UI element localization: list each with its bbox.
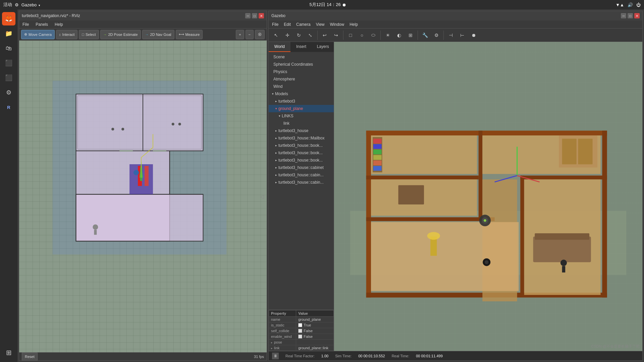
activities-label[interactable]: 活动: [3, 2, 12, 8]
tab-layers[interactable]: Layers: [312, 42, 334, 52]
tree-item-book3[interactable]: ▸ turtlebot3_house::book...: [269, 157, 334, 164]
is-static-checkbox[interactable]: ✓: [298, 323, 302, 327]
enable-wind-checkbox[interactable]: [298, 335, 302, 339]
svg-rect-1: [76, 94, 203, 151]
rviz-menu-panels[interactable]: Panels: [34, 21, 49, 27]
tree-item-physics[interactable]: Physics: [269, 68, 334, 75]
tree-item-links-label: LINKS: [282, 114, 293, 118]
gz-scale-tool[interactable]: ⤡: [305, 30, 316, 41]
tree-item-cabin1[interactable]: ▸ turtlebot3_house::cabin...: [269, 171, 334, 179]
rviz-menu-file[interactable]: File: [21, 21, 30, 27]
tool-measure[interactable]: ⟷ Measure: [176, 30, 203, 39]
gazebo-minimize-button[interactable]: ─: [621, 13, 626, 18]
gz-pointer-tool[interactable]: ↖: [271, 30, 281, 41]
gz-translate-tool[interactable]: ✛: [282, 30, 293, 41]
gz-cylinder-tool[interactable]: ⬭: [368, 30, 379, 41]
prop-row-link[interactable]: ▸link ground_plane::link: [269, 345, 334, 351]
view-mode-button[interactable]: ⦿: [255, 30, 265, 39]
tree-item-atmosphere[interactable]: Atmosphere: [269, 75, 334, 83]
tab-world[interactable]: World: [269, 42, 290, 52]
app-indicator: ⚙ Gazebo ▾: [15, 2, 40, 7]
gz-expand-left[interactable]: ⊣: [445, 30, 456, 41]
sidebar-icon-vscode[interactable]: ⬛: [2, 71, 15, 84]
sidebar-icon-files[interactable]: 📁: [2, 27, 15, 40]
tree-item-cabinet[interactable]: ▸ turtlebot3_house::cabinet: [269, 164, 334, 171]
self-collide-checkbox[interactable]: [298, 329, 302, 333]
prop-row-pose[interactable]: ▸pose: [269, 340, 334, 345]
sidebar-icon-apps[interactable]: ⊞: [2, 346, 15, 359]
tool-move-camera[interactable]: ⊕ Move Camera: [21, 30, 55, 39]
gazebo-maximize-button[interactable]: □: [628, 13, 633, 18]
tree-item-link[interactable]: link: [269, 120, 334, 127]
svg-point-65: [485, 260, 488, 264]
gazebo-menu-help[interactable]: Help: [348, 21, 359, 27]
gz-magnet-tool[interactable]: 🔧: [420, 30, 430, 41]
sidebar-icon-firefox[interactable]: 🦊: [2, 12, 15, 25]
gz-grid-tool[interactable]: ⊞: [405, 30, 416, 41]
gz-expand-right[interactable]: ⊢: [457, 30, 468, 41]
gz-record[interactable]: ⏺: [468, 30, 479, 41]
gz-light-tool[interactable]: ☀: [382, 30, 393, 41]
gazebo-menu-edit[interactable]: Edit: [282, 21, 292, 27]
tool-2d-pose[interactable]: → 2D Pose Estimate: [100, 30, 141, 39]
tree-item-book1[interactable]: ▸ turtlebot3_house::book...: [269, 142, 334, 149]
turtlebot3-expand-icon: ▸: [275, 100, 277, 103]
sidebar-icon-terminal[interactable]: ⬛: [2, 56, 15, 70]
sidebar-icon-software[interactable]: 🛍: [2, 42, 15, 55]
gz-box-tool[interactable]: □: [345, 30, 356, 41]
tool-interact[interactable]: ↕ Interact: [56, 30, 77, 39]
sidebar-icon-rviz[interactable]: R: [2, 101, 15, 114]
drag-handle[interactable]: ◁: [260, 193, 264, 200]
rviz-minimize-button[interactable]: ─: [245, 13, 251, 18]
gazebo-close-button[interactable]: ✕: [634, 13, 640, 18]
prop-name-link: ▸link: [269, 345, 296, 351]
gazebo-menu-view[interactable]: View: [315, 21, 326, 27]
gazebo-menu-file[interactable]: File: [271, 21, 280, 27]
rviz-window: turtlebot3_navigation.rviz* - RViz ─ □ ✕…: [19, 11, 267, 361]
tree-item-ground-plane[interactable]: ▾ ground_plane: [269, 105, 334, 112]
prop-row-self-collide[interactable]: self_collide False: [269, 328, 334, 334]
gazebo-3d-viewport[interactable]: CSDN @不会是要长脑子了吧: [334, 42, 642, 351]
tree-item-scene-label: Scene: [273, 55, 285, 59]
tree-item-scene[interactable]: Scene: [269, 53, 334, 61]
tool-2d-nav[interactable]: → 2D Nav Goal: [142, 30, 174, 39]
tree-item-models[interactable]: ▾ Models: [269, 90, 334, 98]
prop-row-enable-wind[interactable]: enable_wind False: [269, 334, 334, 340]
pause-button[interactable]: ⏸: [272, 353, 279, 359]
tree-item-wind[interactable]: Wind: [269, 83, 334, 90]
tree-item-links[interactable]: ▾ LINKS: [269, 112, 334, 120]
sidebar-icon-gazebo[interactable]: ⚙: [2, 86, 15, 99]
tree-item-book2[interactable]: ▸ turtlebot3_house::book...: [269, 149, 334, 157]
svg-rect-22: [153, 150, 166, 152]
svg-point-56: [484, 219, 486, 222]
rviz-close-button[interactable]: ✕: [259, 13, 264, 18]
tree-item-house[interactable]: ▸ turtlebot3_house: [269, 127, 334, 134]
rviz-menu-help[interactable]: Help: [53, 21, 64, 27]
prop-row-is-static[interactable]: is_static ✓ True: [269, 322, 334, 328]
gz-redo-button[interactable]: ↪: [331, 30, 341, 41]
gz-joint-tool[interactable]: ⚙: [431, 30, 442, 41]
gz-shadow-tool[interactable]: ◐: [394, 30, 405, 41]
zoom-in-button[interactable]: +: [236, 30, 244, 39]
watermark: CSDN @不会是要长脑子了吧: [591, 344, 640, 349]
dropdown-icon[interactable]: ▾: [39, 4, 40, 7]
tab-insert[interactable]: Insert: [290, 42, 312, 52]
rviz-reset-button[interactable]: Reset: [22, 353, 38, 361]
gazebo-menu-camera[interactable]: Camera: [295, 21, 312, 27]
tree-item-mailbox[interactable]: ▸ turtlebot3_house::Mailbox: [269, 134, 334, 142]
gazebo-menu-window[interactable]: Window: [329, 21, 346, 27]
zoom-out-button[interactable]: −: [246, 30, 254, 39]
tree-item-book2-label: turtlebot3_house::book...: [278, 150, 323, 155]
rviz-maximize-button[interactable]: □: [252, 13, 257, 18]
gz-sphere-tool[interactable]: ○: [357, 30, 367, 41]
gz-undo-button[interactable]: ↩: [319, 30, 330, 41]
prop-name-pose: ▸pose: [269, 340, 296, 345]
svg-rect-34: [371, 135, 477, 174]
tree-item-turtlebot3[interactable]: ▸ turtlebot3: [269, 98, 334, 105]
tree-item-cabin2[interactable]: ▸ turtlebot3_house::cabin...: [269, 179, 334, 186]
prop-row-name[interactable]: name ground_plane: [269, 317, 334, 322]
rviz-viewport[interactable]: ◁: [19, 41, 267, 352]
gz-rotate-tool[interactable]: ↻: [293, 30, 304, 41]
tool-select[interactable]: □ Select: [79, 30, 99, 39]
tree-item-spherical[interactable]: Spherical Coordinates: [269, 61, 334, 68]
